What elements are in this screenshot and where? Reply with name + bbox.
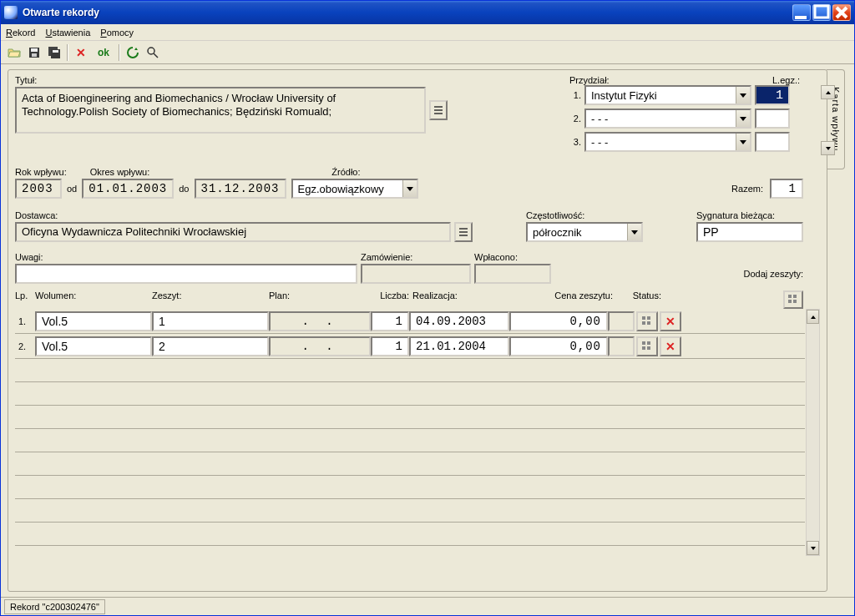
paid-label: Wpłacono: [474,252,551,262]
col-volume: Wolumen: [35,290,152,309]
volume-cell[interactable]: Vol.5 [35,311,152,331]
search-button[interactable] [143,43,163,62]
title-field[interactable]: Acta of Bioengineering and Biomechanics … [15,87,426,134]
minimize-button[interactable] [792,4,811,21]
count-cell[interactable]: 1 [371,336,409,356]
close-button[interactable] [832,4,851,21]
empty-row [15,406,805,429]
svg-rect-4 [32,53,37,57]
main-panel: Tytuł: Acta of Bioengineering and Biomec… [8,69,827,592]
save-button[interactable] [24,43,44,62]
svg-rect-14 [647,316,650,320]
ok-icon: ok [98,47,109,58]
supplier-field[interactable]: Oficyna Wydawnicza Politechniki Wrocławs… [15,222,451,242]
menu-ustawienia[interactable]: Ustawienia [45,28,90,38]
grid-icon [641,316,653,327]
source-combo[interactable]: Egz.obowiązkowy [291,179,418,199]
frequency-label: Częstotliwość: [526,210,643,220]
count-cell[interactable]: 1 [371,311,409,331]
from-label: od [67,184,77,194]
empty-row [15,359,805,382]
alloc-qty[interactable]: 1 [755,85,790,105]
alloc-value: - - - [586,113,736,125]
realization-cell[interactable]: 04.09.2003 [409,311,509,331]
total-field: 1 [770,179,803,199]
dropdown-arrow-icon [736,110,750,127]
qty-label: L.egz.: [772,75,800,85]
row-detail-button[interactable] [636,311,658,331]
svg-rect-19 [642,346,645,350]
allocation-row: 2.- - - [569,109,820,129]
allocation-row: 3.- - - [569,132,820,152]
col-lp: Lp. [15,290,35,309]
year-field[interactable]: 2003 [15,179,62,199]
plan-cell[interactable]: . . [269,336,371,356]
x-icon: ✕ [665,340,675,353]
issue-cell[interactable]: 2 [152,336,269,356]
realization-cell[interactable]: 21.01.2004 [409,336,509,356]
period-label: Okres wpływu: [90,167,150,177]
save-all-button[interactable] [44,43,64,62]
signature-field[interactable]: PP [696,222,803,242]
empty-row [15,476,805,499]
grid-scrollbar[interactable] [806,309,820,556]
refresh-button[interactable] [123,43,143,62]
alloc-combo[interactable]: - - - [584,132,751,152]
price-cell[interactable]: 0,00 [509,336,608,356]
row-delete-button[interactable]: ✕ [660,311,681,331]
volume-cell[interactable]: Vol.5 [35,336,152,356]
alloc-qty[interactable] [755,132,790,152]
supplier-label: Dostawca: [15,210,473,220]
menu-rekord[interactable]: Rekord [6,28,35,38]
svg-rect-15 [642,321,645,325]
col-issue: Zeszyt: [152,290,269,309]
alloc-scroll-up[interactable] [821,85,835,99]
paid-field [474,264,551,284]
svg-rect-11 [788,300,792,303]
price-cell[interactable]: 0,00 [509,311,608,331]
status-cell[interactable] [608,311,635,331]
open-button[interactable] [4,43,24,62]
alloc-value: - - - [586,136,736,149]
title-lookup-button[interactable] [429,100,448,120]
maximize-button[interactable] [812,4,831,21]
plan-cell[interactable]: . . [269,311,371,331]
row-delete-button[interactable]: ✕ [660,336,681,356]
status-pane: Rekord "c200302476" [4,599,105,614]
ok-button[interactable]: ok [91,43,116,62]
issue-cell[interactable]: 1 [152,311,269,331]
order-field [361,264,471,284]
supplier-lookup-button[interactable] [454,222,473,242]
svg-rect-17 [642,341,645,345]
notes-field[interactable] [15,264,357,284]
main-window: Otwarte rekordy Rekord Ustawienia Pomocy… [0,0,855,616]
scroll-up-button[interactable] [807,310,819,324]
svg-rect-18 [647,341,650,345]
date-to-field[interactable]: 31.12.2003 [195,179,286,199]
date-from-field[interactable]: 01.01.2003 [82,179,174,199]
frequency-combo[interactable]: półrocznik [526,222,643,242]
menu-pomocy[interactable]: Pomocy [100,28,134,38]
alloc-combo[interactable]: - - - [584,109,751,129]
svg-point-8 [148,48,154,54]
dropdown-arrow-icon [736,134,750,150]
menubar: Rekord Ustawienia Pomocy [1,24,854,41]
empty-row [15,429,805,452]
scroll-down-button[interactable] [807,541,819,555]
list-icon [458,227,468,237]
alloc-combo[interactable]: Instytut Fizyki [584,85,751,105]
notes-label: Uwagi: [15,252,357,262]
delete-button[interactable]: ✕ [71,43,91,62]
alloc-scroll-down[interactable] [821,141,835,155]
svg-rect-16 [647,321,650,325]
empty-row [15,452,805,476]
alloc-qty[interactable] [755,109,790,129]
issue-row: 1.Vol.51. .104.09.20030,00✕ [15,309,805,334]
dropdown-arrow-icon [736,87,750,104]
window-title: Otwarte rekordy [23,7,792,18]
add-issues-button[interactable] [783,290,803,309]
titlebar: Otwarte rekordy [1,1,854,24]
row-detail-button[interactable] [636,336,658,356]
toolbar: ✕ ok [1,41,854,64]
status-cell[interactable] [608,336,635,356]
